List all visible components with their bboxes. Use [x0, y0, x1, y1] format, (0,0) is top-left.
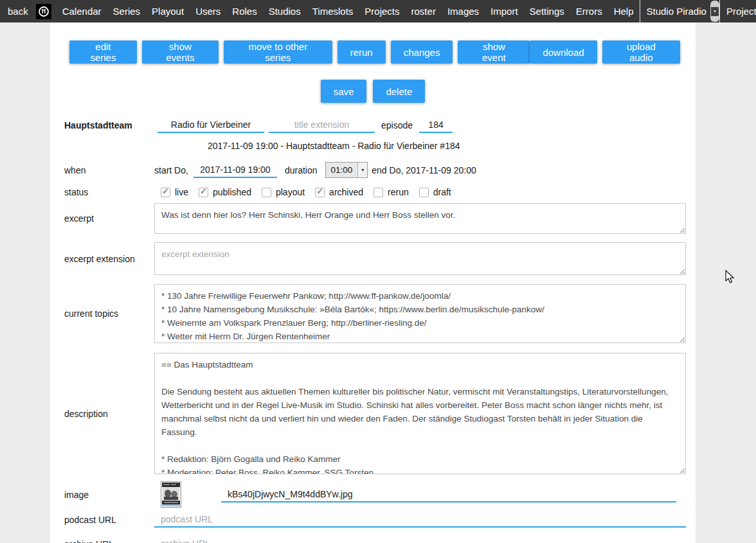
image-label: image — [64, 490, 154, 500]
excerpt-label: excerpt — [64, 213, 154, 224]
checkbox-live-label: live — [175, 187, 188, 197]
description-row: description == Das Hauptstadtteam Die Se… — [50, 353, 696, 474]
save-button[interactable]: save — [321, 80, 367, 103]
nav-item-roles[interactable]: Roles — [226, 0, 262, 22]
checkbox-playout-label: playout — [276, 187, 305, 197]
check-icon: ✓ — [162, 187, 169, 195]
archive-url-input[interactable] — [154, 537, 686, 543]
when-label: when — [64, 165, 154, 175]
duration-label: duration — [285, 165, 318, 175]
excerpt-extension-row: excerpt extension — [50, 242, 696, 275]
nav-item-calendar[interactable]: Calendar — [57, 0, 107, 22]
description-textarea[interactable]: == Das Hauptstadtteam Die Sendung besteh… — [154, 353, 686, 474]
checkbox-published-label: published — [213, 187, 251, 197]
checkbox-archived[interactable]: ✓ — [315, 188, 325, 197]
podcast-url-label: podcast URL — [64, 515, 154, 525]
description-label: description — [64, 409, 154, 419]
nav-item-images[interactable]: Images — [442, 0, 485, 22]
nav-item-back[interactable]: back — [0, 0, 35, 22]
podcast-url-input[interactable] — [154, 512, 686, 528]
archive-url-row: archive URL — [50, 537, 696, 543]
nav-item-timeslots[interactable]: Timeslots — [307, 0, 359, 22]
download-button[interactable]: download — [530, 40, 597, 64]
chevron-down-icon: ▼ — [357, 163, 367, 177]
image-row: image — [50, 481, 696, 508]
event-summary-line: 2017-11-09 19:00 - Hauptstadtteam - Radi… — [50, 141, 696, 151]
series-title-label: Hauptstadtteam — [64, 120, 154, 130]
studio-select-value: Studio Piradio — [640, 0, 710, 22]
edit-series-button[interactable]: edit series — [69, 40, 137, 64]
project-select-value: Project 88vier — [720, 0, 756, 22]
check-icon: ✓ — [316, 187, 323, 195]
excerpt-extension-label: excerpt extension — [64, 254, 154, 264]
excerpt-extension-textarea[interactable] — [154, 242, 686, 275]
title-extension-input[interactable] — [269, 118, 375, 133]
checkbox-rerun[interactable]: ✓ — [374, 188, 383, 197]
start-label: start Do, — [154, 165, 188, 175]
nav-item-series[interactable]: Series — [107, 0, 147, 22]
top-navbar: back Calendar Series Playout Users Roles… — [0, 0, 756, 22]
main-content: edit series show events move to other se… — [50, 22, 696, 543]
nav-item-projects[interactable]: Projects — [359, 0, 405, 22]
checkbox-draft-label: draft — [433, 187, 451, 197]
current-topics-label: current topics — [64, 308, 154, 319]
changes-button[interactable]: changes — [391, 40, 453, 64]
nav-item-playout[interactable]: Playout — [146, 0, 190, 22]
end-label: end Do, 2017-11-09 20:00 — [372, 165, 476, 175]
checkbox-live[interactable]: ✓ — [161, 188, 170, 197]
current-topics-row: current topics * 130 Jahre Freiwillige F… — [50, 284, 696, 343]
podcast-url-row: podcast URL — [50, 512, 696, 528]
checkbox-rerun-label: rerun — [388, 187, 409, 197]
checkbox-playout[interactable]: ✓ — [262, 188, 271, 197]
duration-select[interactable]: 01:00 ▼ — [325, 162, 368, 178]
checkbox-archived-label: archived — [329, 187, 363, 197]
upload-audio-button[interactable]: upload audio — [602, 40, 680, 64]
chevron-down-icon[interactable]: ▼ — [710, 1, 719, 22]
status-row: status ✓ live ✓ published ✓ playout ✓ ar… — [50, 187, 696, 197]
nav-item-settings[interactable]: Settings — [524, 0, 570, 22]
nav-item-users[interactable]: Users — [190, 0, 226, 22]
title-input[interactable] — [158, 118, 264, 133]
move-to-other-series-button[interactable]: move to other series — [224, 40, 332, 64]
toolbar: edit series show events move to other se… — [50, 40, 696, 64]
image-filename-input[interactable] — [221, 487, 676, 503]
status-label: status — [64, 187, 154, 197]
delete-button[interactable]: delete — [373, 80, 425, 103]
archive-url-label: archive URL — [64, 539, 154, 543]
start-datetime-input[interactable] — [194, 163, 277, 178]
when-row: when start Do, duration 01:00 ▼ end Do, … — [50, 162, 696, 178]
image-thumbnail[interactable] — [161, 481, 181, 508]
check-icon: ✓ — [200, 187, 207, 195]
episode-input[interactable] — [419, 118, 453, 133]
checkbox-draft[interactable]: ✓ — [419, 188, 429, 197]
episode-label: episode — [381, 120, 413, 130]
rerun-button[interactable]: rerun — [338, 40, 386, 64]
studio-select[interactable]: Studio Piradio ▼ — [640, 0, 719, 22]
piradio-logo-icon[interactable] — [36, 4, 51, 19]
save-delete-row: save delete — [50, 80, 696, 103]
nav-item-errors[interactable]: Errors — [570, 0, 608, 22]
duration-select-value: 01:00 — [326, 165, 358, 175]
checkbox-published[interactable]: ✓ — [199, 188, 208, 197]
navbar-right: Studio Piradio ▼ Project 88vier ▼ Logout… — [640, 0, 756, 22]
project-select[interactable]: Project 88vier ▼ — [719, 0, 756, 22]
show-events-button[interactable]: show events — [142, 40, 219, 64]
excerpt-row: excerpt Was ist denn hier los? Herr Schi… — [50, 203, 696, 234]
mouse-cursor — [725, 270, 735, 287]
title-row: Hauptstadtteam episode — [50, 118, 696, 133]
nav-item-roster[interactable]: roster — [406, 0, 442, 22]
nav-item-import[interactable]: Import — [485, 0, 524, 22]
nav-item-help[interactable]: Help — [608, 0, 640, 22]
current-topics-textarea[interactable]: * 130 Jahre Freiwillige Feuerwehr Pankow… — [154, 284, 686, 343]
excerpt-textarea[interactable]: Was ist denn hier los? Herr Schinski, He… — [154, 203, 686, 234]
nav-item-studios[interactable]: Studios — [263, 0, 307, 22]
show-event-button[interactable]: show event — [458, 40, 530, 64]
